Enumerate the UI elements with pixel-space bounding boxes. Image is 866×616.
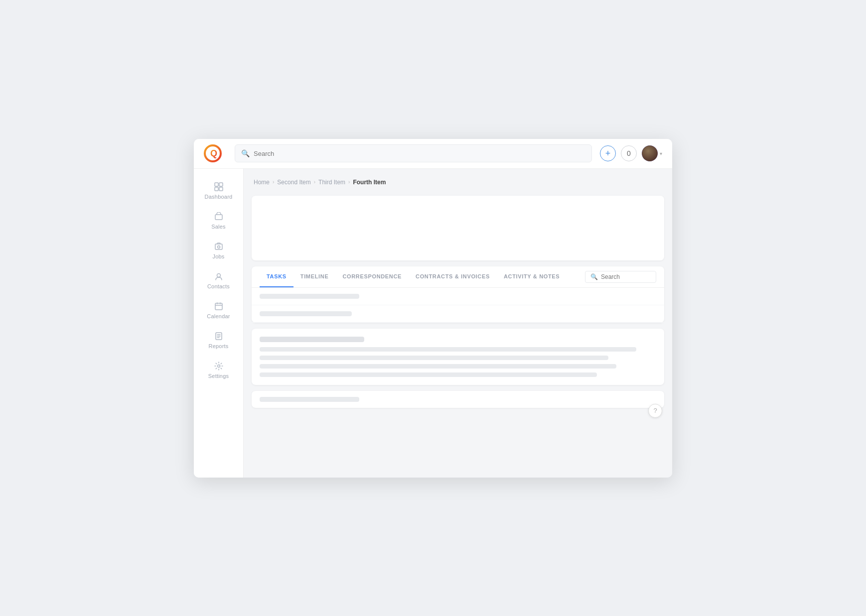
tab-contracts[interactable]: CONTRACTS & INVOICES [409, 266, 497, 287]
skeleton-row-1 [252, 288, 664, 305]
tab-search-icon: 🔍 [590, 273, 598, 280]
sidebar-item-settings[interactable]: Settings [194, 356, 243, 384]
header-panel [252, 196, 664, 260]
skeleton-text-1 [260, 347, 636, 352]
breadcrumb-sep-1: › [273, 179, 274, 185]
breadcrumb-sep-3: › [348, 179, 350, 185]
skeleton-text-4 [260, 372, 597, 377]
sidebar-item-reports[interactable]: Reports [194, 326, 243, 354]
reports-icon [214, 331, 224, 341]
tab-timeline[interactable]: TIMELINE [293, 266, 336, 287]
tab-activity[interactable]: ACTIVITY & NOTES [497, 266, 567, 287]
svg-rect-3 [219, 183, 223, 186]
tab-search-input[interactable] [601, 273, 651, 280]
add-button[interactable]: + [600, 145, 616, 161]
svg-rect-2 [215, 183, 218, 186]
svg-point-12 [217, 365, 220, 367]
skeleton-line-1 [260, 294, 359, 299]
sidebar: Dashboard Sales [194, 169, 244, 478]
contacts-icon [214, 271, 224, 281]
sidebar-label-calendar: Calendar [207, 313, 230, 319]
breadcrumb-third[interactable]: Third Item [318, 179, 345, 186]
global-search-bar[interactable]: 🔍 [235, 144, 592, 162]
skeleton-text-block [260, 347, 656, 377]
sidebar-item-sales[interactable]: Sales [194, 207, 243, 235]
jobs-icon [214, 242, 224, 251]
skeleton-text-3 [260, 364, 616, 369]
chevron-down-icon: ▾ [660, 151, 662, 156]
breadcrumb-fourth: Fourth Item [353, 179, 386, 186]
nav-actions: + 0 ▾ [600, 145, 662, 161]
breadcrumb: Home › Second Item › Third Item › Fourth… [252, 177, 664, 190]
calendar-icon [214, 301, 224, 311]
top-navigation: Q 🔍 + 0 ▾ [194, 139, 672, 169]
sidebar-item-calendar[interactable]: Calendar [194, 296, 243, 324]
app-window: Q 🔍 + 0 ▾ [194, 139, 672, 478]
skeleton-title-1 [260, 337, 364, 342]
sidebar-label-reports: Reports [208, 343, 228, 349]
breadcrumb-sep-2: › [314, 179, 315, 185]
search-icon: 🔍 [241, 149, 250, 157]
svg-rect-7 [215, 244, 222, 249]
user-menu[interactable]: ▾ [642, 145, 662, 161]
main-layout: Dashboard Sales [194, 169, 672, 478]
breadcrumb-home[interactable]: Home [254, 179, 270, 186]
avatar [642, 145, 658, 161]
logo[interactable]: Q [204, 144, 222, 162]
tabs-card: TASKS TIMELINE CORRESPONDENCE CONTRACTS … [252, 266, 664, 323]
sidebar-label-jobs: Jobs [212, 253, 224, 259]
skeleton-row-2 [252, 305, 664, 323]
sidebar-label-contacts: Contacts [207, 283, 230, 289]
content-section-main [252, 329, 664, 385]
svg-point-9 [217, 273, 220, 277]
tab-tasks[interactable]: TASKS [260, 266, 293, 287]
help-button[interactable]: ? [648, 404, 662, 418]
skeleton-bottom-card [252, 391, 664, 408]
tab-correspondence[interactable]: CORRESPONDENCE [335, 266, 409, 287]
sidebar-item-contacts[interactable]: Contacts [194, 266, 243, 294]
svg-rect-5 [219, 187, 223, 191]
notification-button[interactable]: 0 [621, 145, 637, 161]
svg-point-8 [217, 246, 220, 248]
skeleton-line-3 [260, 397, 359, 402]
skeleton-text-2 [260, 356, 608, 360]
skeleton-line-2 [260, 311, 352, 316]
svg-rect-6 [215, 215, 222, 220]
settings-icon [214, 361, 224, 371]
sidebar-item-jobs[interactable]: Jobs [194, 237, 243, 264]
sidebar-label-settings: Settings [208, 373, 229, 379]
sidebar-item-dashboard[interactable]: Dashboard [194, 177, 243, 205]
sidebar-label-sales: Sales [211, 224, 226, 230]
breadcrumb-second[interactable]: Second Item [277, 179, 310, 186]
tab-search-container[interactable]: 🔍 [585, 271, 656, 283]
svg-text:Q: Q [210, 148, 217, 158]
global-search-input[interactable] [254, 150, 585, 157]
content-area: Home › Second Item › Third Item › Fourth… [244, 169, 672, 478]
svg-rect-4 [215, 187, 218, 191]
tabs-header: TASKS TIMELINE CORRESPONDENCE CONTRACTS … [252, 266, 664, 288]
svg-rect-10 [215, 303, 222, 310]
sidebar-label-dashboard: Dashboard [205, 194, 233, 200]
dashboard-icon [214, 182, 224, 192]
sales-icon [214, 212, 224, 222]
bottom-area: ? [252, 391, 664, 418]
avatar-image [642, 145, 658, 161]
